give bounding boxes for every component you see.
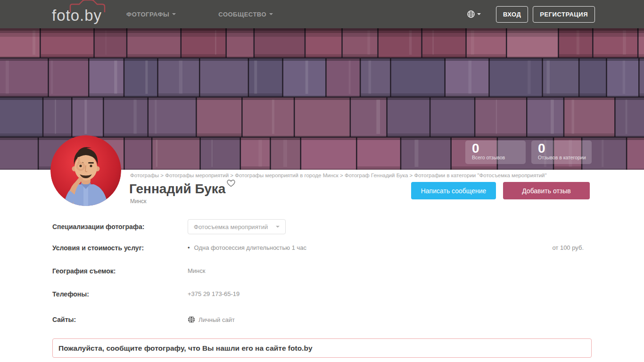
specializations-row: Специализации фотографа: Фотосъемка меро…	[52, 219, 592, 234]
page-title: Геннадий Бука	[129, 181, 234, 197]
stat-total-reviews: 0 Всего отзывов	[465, 140, 526, 164]
register-button[interactable]: РЕГИСТРАЦИЯ	[533, 6, 595, 23]
nav-community[interactable]: СООБЩЕСТВО	[218, 11, 273, 18]
stat-value: 0	[472, 141, 526, 156]
nav-community-label: СООБЩЕСТВО	[218, 11, 266, 18]
photographer-portrait	[50, 135, 121, 206]
services-label: Условия и стоимость услуг:	[52, 244, 188, 252]
phone-value: +375 29 173-65-19	[188, 290, 239, 298]
geography-row: География съемок: Минск	[52, 267, 592, 275]
nav-photographers-label: ФОТОГРАФЫ	[126, 11, 169, 18]
favorite-heart-icon[interactable]	[227, 175, 235, 190]
language-switcher[interactable]	[467, 10, 481, 18]
header-right: ВХОД РЕГИСТРАЦИЯ	[467, 6, 595, 23]
specializations-label: Специализации фотографа:	[52, 223, 188, 230]
breadcrumb[interactable]: Фотографы > Фотографы мероприятий > Фото…	[130, 173, 547, 178]
service-item: Одна фотосессия длительностью 1 час	[188, 244, 306, 252]
camera-outline-icon	[69, 0, 107, 12]
personal-site-label: Личный сайт	[198, 316, 235, 323]
chevron-down-icon	[477, 13, 481, 15]
stat-value: 0	[538, 141, 592, 156]
service-price: от 100 руб.	[552, 244, 584, 251]
send-message-button[interactable]: Написать сообщение	[411, 182, 496, 199]
page: foto.by ФОТОГРАФЫ СООБЩЕСТВО	[0, 0, 644, 362]
notice-text: Пожалуйста, сообщите фотографу, что Вы н…	[58, 344, 313, 353]
specialization-select[interactable]: Фотосъемка мероприятий	[188, 219, 286, 234]
site-logo[interactable]: foto.by	[52, 0, 102, 30]
notice-banner: Пожалуйста, сообщите фотографу, что Вы н…	[52, 338, 592, 358]
avatar	[50, 135, 121, 206]
globe-icon	[467, 10, 475, 18]
sites-row: Сайты: Личный сайт	[52, 316, 592, 323]
add-review-button[interactable]: Добавить отзыв	[503, 182, 590, 199]
review-stats: 0 Всего отзывов 0 Отзывов в категории	[465, 140, 592, 164]
specialization-selected-value: Фотосъемка мероприятий	[194, 223, 268, 230]
phones-row: Телефоны: +375 29 173-65-19	[52, 290, 592, 298]
stat-label: Всего отзывов	[472, 155, 526, 160]
sites-label: Сайты:	[52, 316, 188, 323]
stat-category-reviews: 0 Отзывов в категории	[531, 140, 592, 164]
geography-label: География съемок:	[52, 267, 188, 275]
globe-icon	[188, 316, 195, 323]
services-row: Условия и стоимость услуг: Одна фотосесс…	[52, 244, 592, 252]
chevron-down-icon	[269, 13, 273, 15]
nav-photographers[interactable]: ФОТОГРАФЫ	[126, 11, 176, 18]
stat-label: Отзывов в категории	[538, 155, 592, 160]
top-navbar: foto.by ФОТОГРАФЫ СООБЩЕСТВО	[0, 0, 644, 28]
geography-value: Минск	[188, 267, 205, 275]
profile-actions: Написать сообщение Добавить отзыв	[411, 182, 590, 199]
photographer-name: Геннадий Бука	[129, 181, 225, 196]
photographer-city: Минск	[130, 198, 147, 205]
chevron-down-icon	[276, 226, 280, 228]
personal-site-link[interactable]: Личный сайт	[188, 316, 235, 323]
chevron-down-icon	[172, 13, 176, 15]
phones-label: Телефоны:	[52, 290, 188, 298]
main-nav: ФОТОГРАФЫ СООБЩЕСТВО	[126, 11, 273, 18]
login-button[interactable]: ВХОД	[496, 6, 528, 23]
